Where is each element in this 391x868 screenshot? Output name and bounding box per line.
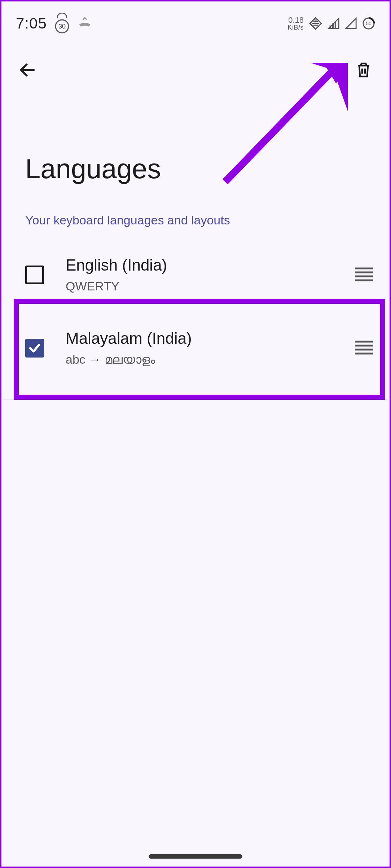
arrow-left-icon [18, 61, 37, 79]
trash-icon [355, 61, 372, 79]
language-row-english[interactable]: English (India) QWERTY [1, 242, 390, 308]
svg-rect-4 [335, 21, 336, 28]
drag-handle-icon[interactable] [354, 267, 374, 283]
toolbar [1, 38, 390, 88]
status-time: 7:05 [16, 15, 47, 32]
svg-text:50: 50 [366, 21, 372, 26]
section-subhead: Your keyboard languages and layouts [1, 184, 390, 242]
svg-rect-2 [330, 26, 331, 28]
net-speed-unit: KiB/s [287, 24, 304, 31]
signal-1-icon [328, 17, 340, 30]
language-layout: QWERTY [66, 279, 333, 293]
net-speed-value: 0.18 [288, 16, 304, 24]
wifi-icon [309, 17, 322, 30]
checkbox-english[interactable] [25, 266, 44, 284]
status-bar: 7:05 30 0.18 KiB/s [1, 1, 390, 38]
missed-call-icon [77, 16, 92, 31]
language-name: English (India) [66, 256, 333, 274]
gesture-nav-handle[interactable] [149, 854, 242, 859]
status-left: 7:05 30 [16, 13, 92, 34]
status-right: 0.18 KiB/s 50 [287, 16, 375, 31]
back-button[interactable] [14, 57, 40, 83]
battery-icon: 50 [362, 17, 375, 30]
signal-2-icon [345, 17, 357, 30]
calendar-badge-icon: 30 [52, 13, 72, 34]
net-speed: 0.18 KiB/s [287, 16, 304, 31]
language-text: English (India) QWERTY [66, 256, 333, 293]
page-title: Languages [1, 88, 390, 184]
list-divider [3, 399, 388, 400]
svg-text:30: 30 [58, 23, 66, 30]
svg-rect-3 [332, 23, 334, 28]
annotation-highlight [14, 299, 385, 400]
delete-button[interactable] [351, 57, 377, 83]
